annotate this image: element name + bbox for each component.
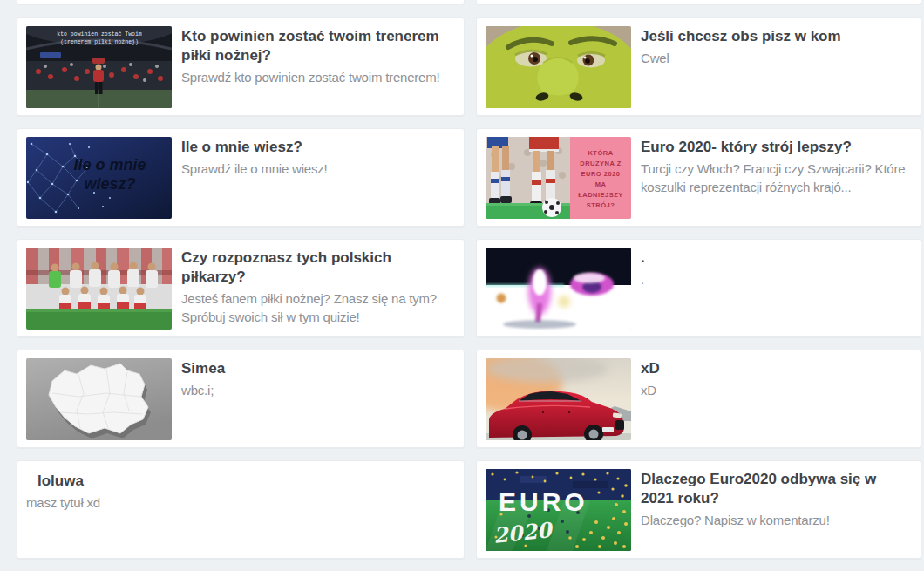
- quiz-card-euro2020[interactable]: ​ EURO 2020: [476, 460, 921, 559]
- quiz-card-ile-o-mnie[interactable]: Ile o mnie wiesz? Ile o mnie wiesz? Spra…: [17, 128, 465, 227]
- quiz-title[interactable]: xD: [641, 359, 912, 378]
- thumb-overlay-euro: EURO: [499, 487, 588, 516]
- quiz-title[interactable]: .: [641, 248, 912, 268]
- card-text: . .: [641, 248, 912, 329]
- thumb-overlay-line: wiesz?: [84, 175, 135, 193]
- poland-map-image[interactable]: [26, 358, 172, 440]
- thumb-overlay-line: EURO 2020: [581, 170, 621, 178]
- thumb-overlay-line: (trenerem piłki nożnej): [60, 39, 139, 45]
- quiz-description: .: [641, 270, 912, 289]
- thumb-overlay-line: KTÓRA: [588, 149, 613, 157]
- card-text: loluwa masz tytuł xd: [26, 469, 455, 550]
- quiz-description: Dlaczego? Napisz w komentarzu!: [641, 511, 912, 529]
- quiz-title[interactable]: Simea: [181, 359, 455, 378]
- quiz-card-simea[interactable]: Simea wbc.i;: [17, 350, 465, 448]
- card-text: Simea wbc.i;: [181, 358, 455, 439]
- quiz-title[interactable]: loluwa: [37, 472, 455, 491]
- quiz-description: Sprawdź kto powinien zostać twoim trener…: [181, 68, 455, 86]
- quiz-card-euro-stroje[interactable]: KTÓRA DRUŻYNA Z EURO 2020 MA ŁADNIEJSZY …: [476, 128, 921, 227]
- quiz-card-xd[interactable]: xD xD: [476, 350, 921, 448]
- football-kits-image[interactable]: KTÓRA DRUŻYNA Z EURO 2020 MA ŁADNIEJSZY …: [486, 137, 631, 219]
- thumb-overlay-line: Ile o mnie: [73, 156, 146, 173]
- quiz-title[interactable]: Kto powinien zostać twoim trenerem piłki…: [181, 27, 455, 65]
- quiz-description: Jesteś fanem piłki nożnej? Znasz się na …: [181, 289, 455, 326]
- quiz-card-polscy-pilkarze[interactable]: Czy rozpoznasz tych polskich piłkarzy? J…: [17, 239, 465, 337]
- card-text: Kto powinien zostać twoim trenerem piłki…: [181, 26, 455, 107]
- quiz-card-loluwa[interactable]: loluwa masz tytuł xd: [17, 460, 465, 559]
- quiz-title[interactable]: Jeśli chcesz obs pisz w kom: [641, 27, 912, 46]
- overexposed-figure-image[interactable]: [486, 248, 631, 330]
- football-coach-stadium-image[interactable]: kto powinien zostać Twoim (trenerem piłk…: [26, 26, 172, 108]
- thumb-overlay-line: STRÓJ?: [587, 201, 615, 209]
- card-text: Ile o mnie wiesz? Sprawdź ile o mnie wie…: [181, 137, 455, 218]
- card-partial-top-right[interactable]: [476, 0, 921, 5]
- card-text: Dlaczego Euro2020 odbywa się w 2021 roku…: [641, 469, 912, 550]
- quiz-title[interactable]: Ile o mnie wiesz?: [181, 138, 455, 157]
- quiz-description: wbc.i;: [181, 381, 455, 399]
- red-car-image[interactable]: [486, 358, 631, 440]
- quiz-title[interactable]: Euro 2020- który strój lepszy?: [641, 138, 912, 157]
- polish-team-image[interactable]: [26, 248, 172, 330]
- quiz-title[interactable]: Czy rozpoznasz tych polskich piłkarzy?: [181, 248, 455, 287]
- quiz-feed-page: kto powinien zostać Twoim (trenerem piłk…: [0, 0, 924, 571]
- blue-network-image[interactable]: Ile o mnie wiesz?: [26, 137, 172, 219]
- thumb-overlay-line: kto powinien zostać Twoim: [57, 31, 142, 37]
- card-text: Jeśli chcesz obs pisz w kom Cwel: [641, 26, 912, 107]
- quiz-card-shrek[interactable]: Jeśli chcesz obs pisz w kom Cwel: [476, 17, 921, 116]
- thumb-overlay-line: DRUŻYNA Z: [580, 160, 622, 167]
- card-partial-top-left[interactable]: [17, 0, 465, 5]
- quiz-title[interactable]: Dlaczego Euro2020 odbywa się w 2021 roku…: [641, 470, 912, 508]
- quiz-description: xD: [641, 381, 912, 399]
- quiz-card-coach[interactable]: kto powinien zostać Twoim (trenerem piłk…: [17, 17, 465, 116]
- thumb-overlay-line: MA: [595, 180, 607, 188]
- quiz-description: masz tytuł xd: [26, 493, 455, 512]
- euro-2020-image[interactable]: ​ EURO 2020: [486, 469, 631, 551]
- quiz-description: Cwel: [641, 49, 912, 67]
- quiz-description: Turcji czy Włoch? Francji czy Szwajcarii…: [641, 160, 912, 196]
- card-text: Czy rozpoznasz tych polskich piłkarzy? J…: [181, 248, 455, 329]
- card-text: Euro 2020- który strój lepszy? Turcji cz…: [641, 137, 912, 218]
- quiz-description: Sprawdź ile o mnie wiesz!: [181, 160, 455, 178]
- card-text: xD xD: [641, 358, 912, 439]
- thumb-overlay-line: ŁADNIEJSZY: [578, 191, 623, 199]
- shrek-face-image[interactable]: [486, 26, 631, 108]
- quiz-card-dot[interactable]: . .: [476, 239, 921, 337]
- quiz-grid: kto powinien zostać Twoim (trenerem piłk…: [0, 0, 924, 559]
